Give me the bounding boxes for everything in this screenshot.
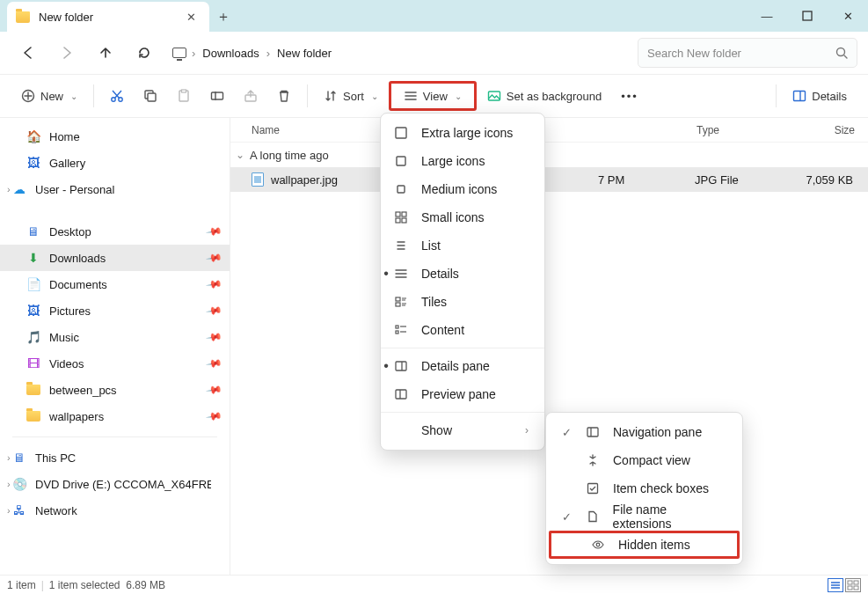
tab[interactable]: New folder ✕ bbox=[7, 2, 209, 32]
trash-icon bbox=[277, 89, 291, 103]
maximize-button[interactable] bbox=[787, 0, 828, 32]
chevron-down-icon: ⌄ bbox=[236, 149, 244, 161]
sidebar-user[interactable]: ›☁User - Personal bbox=[0, 176, 230, 202]
scissors-icon bbox=[110, 89, 124, 103]
submenu-nav-pane[interactable]: ✓Navigation pane bbox=[546, 418, 742, 446]
svg-rect-15 bbox=[398, 186, 405, 193]
menu-show[interactable]: Show› bbox=[381, 416, 544, 444]
new-button[interactable]: New⌄ bbox=[12, 81, 86, 111]
sidebar-desktop[interactable]: 🖥Desktop📌 bbox=[0, 218, 230, 245]
menu-md-icons[interactable]: Medium icons bbox=[381, 175, 544, 203]
svg-rect-14 bbox=[397, 157, 405, 165]
chevron-right-icon[interactable]: › bbox=[7, 505, 11, 516]
svg-rect-0 bbox=[803, 11, 812, 20]
details-pane-button[interactable]: Details bbox=[784, 81, 856, 111]
disc-icon: 💿 bbox=[12, 477, 26, 491]
menu-xl-icons[interactable]: Extra large icons bbox=[381, 119, 544, 147]
sidebar-pictures[interactable]: 🖼Pictures📌 bbox=[0, 297, 230, 324]
col-type[interactable]: Type bbox=[697, 124, 795, 136]
delete-button[interactable] bbox=[268, 81, 300, 111]
close-button[interactable]: ✕ bbox=[828, 0, 868, 32]
folder-icon bbox=[26, 385, 40, 395]
menu-details[interactable]: •Details bbox=[381, 260, 544, 288]
more-button[interactable]: ••• bbox=[612, 81, 647, 111]
menu-preview-pane[interactable]: Preview pane bbox=[381, 380, 544, 408]
sort-button[interactable]: Sort⌄ bbox=[315, 81, 387, 111]
svg-point-28 bbox=[596, 543, 600, 546]
sidebar-documents[interactable]: 📄Documents📌 bbox=[0, 271, 230, 297]
pin-icon: 📌 bbox=[205, 302, 222, 319]
share-button[interactable] bbox=[235, 81, 266, 111]
sidebar: 🏠Home 🖼Gallery ›☁User - Personal 🖥Deskto… bbox=[0, 118, 230, 575]
new-tab-button[interactable]: ＋ bbox=[209, 2, 237, 32]
chevron-right-icon[interactable]: › bbox=[7, 184, 11, 194]
group-header[interactable]: ⌄ A long time ago bbox=[230, 143, 868, 167]
menu-list[interactable]: List bbox=[381, 231, 544, 260]
sidebar-gallery[interactable]: 🖼Gallery bbox=[0, 150, 230, 176]
rename-icon bbox=[210, 89, 224, 103]
check-icon: ✓ bbox=[562, 426, 572, 439]
set-background-button[interactable]: Set as background bbox=[478, 81, 610, 111]
image-file-icon bbox=[252, 172, 264, 187]
this-pc-icon bbox=[172, 48, 186, 58]
svg-rect-23 bbox=[396, 331, 398, 334]
details-pane-icon bbox=[393, 360, 409, 372]
square-icon bbox=[393, 183, 409, 195]
file-row[interactable]: wallpaper.jpg 7 PM JPG File 7,059 KB bbox=[230, 167, 868, 192]
plus-circle-icon bbox=[21, 89, 35, 103]
pin-icon: 📌 bbox=[205, 275, 222, 293]
sidebar-dvd[interactable]: ›💿DVD Drive (E:) CCCOMA_X64FRE_EN bbox=[0, 471, 230, 497]
column-headers[interactable]: Name Type Size bbox=[230, 118, 868, 143]
svg-rect-18 bbox=[396, 218, 400, 223]
eye-icon bbox=[590, 539, 606, 551]
breadcrumb-current[interactable]: New folder bbox=[272, 43, 337, 63]
col-size[interactable]: Size bbox=[795, 124, 865, 136]
details-pane-icon bbox=[792, 89, 806, 103]
details-view-toggle[interactable] bbox=[828, 578, 843, 592]
up-button[interactable] bbox=[88, 37, 123, 69]
submenu-checkboxes[interactable]: Item check boxes bbox=[546, 474, 742, 502]
sidebar-videos[interactable]: 🎞Videos📌 bbox=[0, 350, 230, 377]
menu-tiles[interactable]: Tiles bbox=[381, 288, 544, 316]
copy-button[interactable] bbox=[135, 81, 166, 111]
sidebar-this-pc[interactable]: ›🖥This PC bbox=[0, 444, 230, 471]
thumbnails-view-toggle[interactable] bbox=[845, 578, 861, 592]
back-button[interactable] bbox=[11, 37, 46, 69]
menu-lg-icons[interactable]: Large icons bbox=[381, 147, 544, 175]
paste-button[interactable] bbox=[168, 81, 200, 111]
sidebar-between-pcs[interactable]: between_pcs📌 bbox=[0, 377, 230, 403]
menu-details-pane[interactable]: •Details pane bbox=[381, 352, 544, 380]
pin-icon: 📌 bbox=[205, 328, 222, 346]
chevron-right-icon[interactable]: › bbox=[7, 452, 11, 463]
tab-close-button[interactable]: ✕ bbox=[183, 9, 199, 25]
sidebar-downloads[interactable]: ⬇Downloads📌 bbox=[0, 245, 230, 271]
pictures-icon: 🖼 bbox=[26, 304, 40, 318]
sidebar-network[interactable]: ›🖧Network bbox=[0, 497, 230, 524]
sidebar-wallpapers[interactable]: wallpapers📌 bbox=[0, 403, 230, 429]
minimize-button[interactable]: — bbox=[747, 0, 787, 32]
status-item-count: 1 item bbox=[7, 579, 36, 591]
window-controls: — ✕ bbox=[747, 0, 868, 32]
status-bar: 1 item | 1 item selected 6.89 MB bbox=[0, 575, 868, 594]
menu-sm-icons[interactable]: Small icons bbox=[381, 203, 544, 231]
refresh-button[interactable] bbox=[127, 37, 162, 69]
chevron-right-icon[interactable]: › bbox=[7, 479, 11, 489]
submenu-hidden-items[interactable]: Hidden items bbox=[549, 531, 740, 559]
sidebar-music[interactable]: 🎵Music📌 bbox=[0, 324, 230, 350]
search-input[interactable]: Search New folder bbox=[638, 38, 857, 68]
home-icon: 🏠 bbox=[26, 129, 40, 143]
menu-content[interactable]: Content bbox=[381, 316, 544, 344]
svg-rect-8 bbox=[182, 90, 186, 92]
pin-icon: 📌 bbox=[205, 223, 222, 240]
forward-button[interactable] bbox=[49, 37, 84, 69]
submenu-compact[interactable]: Compact view bbox=[546, 446, 742, 474]
breadcrumb-downloads[interactable]: Downloads bbox=[197, 43, 264, 63]
submenu-extensions[interactable]: ✓File name extensions bbox=[546, 502, 742, 531]
svg-rect-17 bbox=[402, 212, 406, 216]
cut-button[interactable] bbox=[101, 81, 133, 111]
sidebar-home[interactable]: 🏠Home bbox=[0, 123, 230, 150]
view-button[interactable]: View⌄ bbox=[389, 81, 477, 111]
rename-button[interactable] bbox=[201, 81, 233, 111]
search-icon bbox=[835, 47, 848, 59]
address-bar[interactable]: › Downloads › New folder bbox=[165, 38, 627, 68]
